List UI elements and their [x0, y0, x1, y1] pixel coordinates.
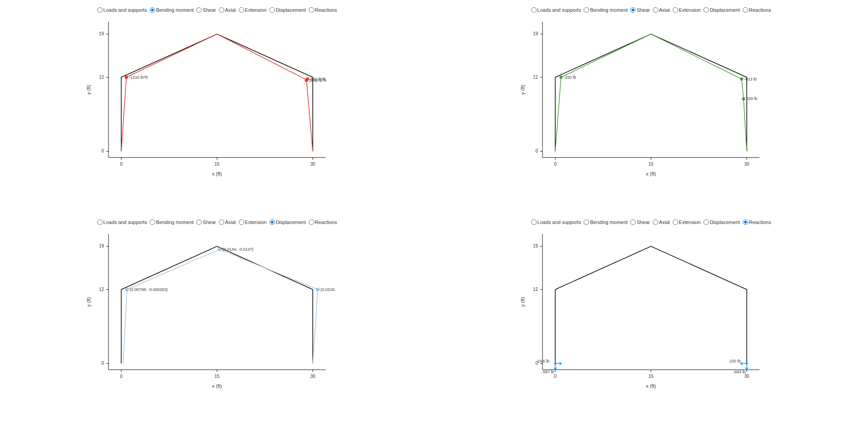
radio-icon [584, 219, 589, 225]
radio-displacement[interactable]: Displacement [269, 7, 306, 13]
radio-icon [269, 7, 275, 13]
svg-text:30: 30 [310, 162, 316, 167]
radio-displacement[interactable]: Displacement [703, 7, 740, 13]
svg-text:(0.00798, -0.000283): (0.00798, -0.000283) [130, 287, 168, 291]
svg-text:y (ft): y (ft) [520, 85, 525, 95]
radio-label: Displacement [276, 7, 306, 13]
svg-point-14 [125, 76, 128, 79]
radio-icon [97, 219, 103, 225]
radio-displacement[interactable]: Displacement [269, 219, 306, 225]
chart-panel-0: Loads and supportsBending momentShearAxi… [0, 0, 434, 212]
radio-icon [703, 7, 709, 13]
radio-shear[interactable]: Shear [630, 219, 650, 225]
radio-icon [653, 219, 658, 225]
svg-text:(0.0218,: (0.0218, [321, 287, 335, 291]
radio-icon [219, 219, 224, 225]
svg-text:30: 30 [310, 374, 316, 379]
radio-icon [743, 7, 748, 13]
svg-point-79 [745, 362, 748, 364]
svg-text:-587 lb: -587 lb [542, 370, 554, 374]
svg-text:x (ft): x (ft) [646, 171, 656, 176]
radio-row: Loads and supportsBending momentShearAxi… [531, 7, 771, 13]
radio-icon [219, 7, 224, 13]
plot-svg: 0153001219x (ft)y (ft)19.6 lb-587 lb220 … [515, 229, 787, 392]
radio-icon [630, 7, 636, 13]
radio-loads-and-supports[interactable]: Loads and supports [97, 7, 147, 13]
svg-text:0: 0 [101, 148, 104, 153]
radio-label: Displacement [710, 219, 740, 225]
radio-label: Extension [245, 219, 267, 225]
radio-extension[interactable]: Extension [239, 219, 267, 225]
svg-text:-683 lb: -683 lb [733, 370, 746, 374]
radio-label: Bending moment [590, 7, 627, 13]
radio-label: Axial [659, 7, 670, 13]
svg-text:-1210 lb*ft: -1210 lb*ft [129, 75, 148, 80]
radio-icon [239, 7, 244, 13]
radio-icon [630, 219, 636, 225]
svg-text:12: 12 [99, 75, 104, 80]
radio-icon [150, 7, 155, 13]
radio-axial[interactable]: Axial [219, 219, 236, 225]
svg-text:12: 12 [533, 286, 538, 291]
svg-point-56 [218, 248, 221, 251]
svg-text:19: 19 [533, 243, 538, 248]
radio-axial[interactable]: Axial [219, 7, 236, 13]
chart-panel-1: Loads and supportsBending momentShearAxi… [434, 0, 868, 212]
radio-loads-and-supports[interactable]: Loads and supports [531, 219, 581, 225]
radio-label: Shear [637, 219, 650, 225]
svg-text:12: 12 [533, 75, 538, 80]
radio-label: Extension [679, 7, 701, 13]
radio-shear[interactable]: Shear [196, 219, 216, 225]
radio-label: Loads and supports [538, 219, 581, 225]
radio-extension[interactable]: Extension [239, 7, 267, 13]
svg-text:x (ft): x (ft) [212, 383, 222, 389]
radio-icon [743, 219, 748, 225]
radio-displacement[interactable]: Displacement [703, 219, 740, 225]
radio-icon [309, 219, 314, 225]
radio-label: Reactions [749, 7, 771, 13]
radio-reactions[interactable]: Reactions [309, 7, 337, 13]
svg-text:220 lb: 220 lb [730, 359, 741, 363]
svg-text:15: 15 [214, 374, 220, 379]
svg-point-54 [125, 288, 128, 291]
radio-label: Shear [637, 7, 650, 13]
radio-icon [196, 219, 202, 225]
svg-point-76 [554, 362, 557, 364]
svg-text:0: 0 [101, 361, 104, 366]
svg-point-34 [559, 76, 562, 79]
svg-text:19: 19 [99, 31, 104, 36]
radio-bending-moment[interactable]: Bending moment [150, 7, 193, 13]
svg-text:(0.0149, -0.0147): (0.0149, -0.0147) [222, 247, 254, 252]
radio-label: Shear [203, 219, 216, 225]
radio-reactions[interactable]: Reactions [743, 7, 771, 13]
svg-text:x (ft): x (ft) [212, 171, 222, 176]
radio-axial[interactable]: Axial [653, 7, 670, 13]
radio-reactions[interactable]: Reactions [743, 219, 771, 225]
radio-bending-moment[interactable]: Bending moment [150, 219, 193, 225]
radio-bending-moment[interactable]: Bending moment [584, 7, 627, 13]
radio-label: Extension [245, 7, 267, 13]
radio-reactions[interactable]: Reactions [309, 219, 337, 225]
radio-bending-moment[interactable]: Bending moment [584, 219, 627, 225]
radio-label: Axial [225, 7, 236, 13]
radio-label: Loads and supports [104, 219, 147, 225]
radio-extension[interactable]: Extension [673, 7, 701, 13]
radio-shear[interactable]: Shear [630, 7, 650, 13]
radio-row: Loads and supportsBending momentShearAxi… [97, 7, 337, 13]
radio-icon [673, 7, 678, 13]
radio-shear[interactable]: Shear [196, 7, 216, 13]
svg-text:0: 0 [120, 374, 123, 379]
radio-extension[interactable]: Extension [673, 219, 701, 225]
radio-loads-and-supports[interactable]: Loads and supports [531, 7, 581, 13]
radio-loads-and-supports[interactable]: Loads and supports [97, 219, 147, 225]
radio-icon [531, 7, 537, 13]
radio-label: Bending moment [156, 7, 193, 13]
svg-text:15: 15 [214, 162, 220, 167]
svg-text:y (ft): y (ft) [86, 85, 91, 95]
radio-icon [309, 7, 314, 13]
svg-text:2850 lb*ft: 2850 lb*ft [309, 78, 327, 83]
svg-text:12: 12 [99, 286, 104, 291]
radio-icon [269, 219, 275, 225]
radio-axial[interactable]: Axial [653, 219, 670, 225]
svg-text:0: 0 [554, 374, 557, 379]
